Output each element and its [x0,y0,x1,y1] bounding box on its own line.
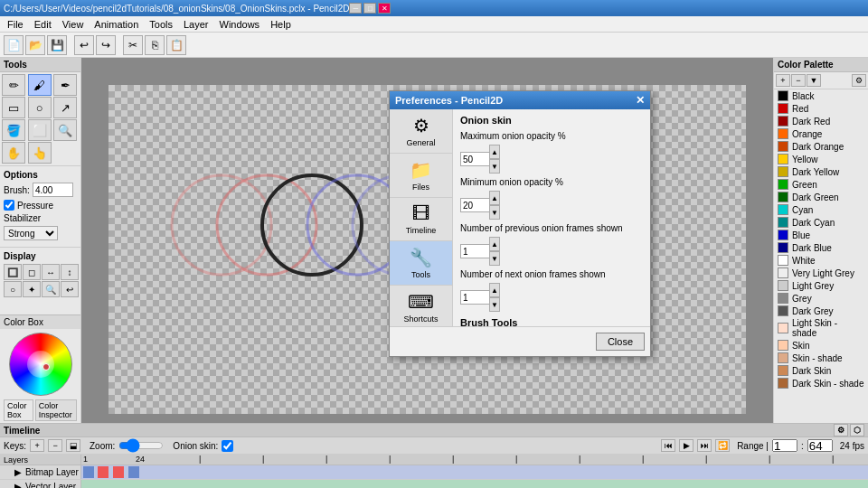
max-opacity-input-row: ▲ ▼ [460,145,643,174]
timeline-icon: 🎞 [412,203,430,224]
min-opacity-up-btn[interactable]: ▲ [489,191,500,205]
max-opacity-label: Maximum onion opacity % [460,131,566,141]
prev-frames-down-btn[interactable]: ▼ [489,251,500,266]
prev-frames-input-row: ▲ ▼ [460,237,643,266]
dlg-nav-files-label: Files [412,183,429,192]
dialog-title: Preferences - Pencil2D [395,95,636,106]
dlg-nav-files[interactable]: 📁 Files [390,154,452,198]
dialog-close-icon[interactable]: ✕ [636,94,645,107]
min-opacity-label: Minimum onion opacity % [460,177,563,187]
next-frames-input[interactable] [460,290,489,305]
dlg-nav-tools[interactable]: 🔧 Tools [390,241,452,286]
min-opacity-row: Minimum onion opacity % [460,177,643,187]
dialog-overlay: Preferences - Pencil2D ✕ ⚙ General 📁 Fil… [0,0,868,488]
preferences-dialog: Preferences - Pencil2D ✕ ⚙ General 📁 Fil… [389,90,651,357]
min-opacity-down-btn[interactable]: ▼ [489,205,500,220]
dlg-nav-shortcuts[interactable]: ⌨ Shortcuts [390,286,452,326]
dlg-nav-general-label: General [406,138,435,147]
next-frames-up-btn[interactable]: ▲ [489,283,500,297]
prev-frames-input[interactable] [460,244,489,258]
prev-frames-up-btn[interactable]: ▲ [489,237,500,251]
next-frames-row: Number of next onion frames shown [460,269,643,279]
dialog-body: ⚙ General 📁 Files 🎞 Timeline 🔧 Tools ⌨ [390,109,650,326]
onion-skin-section-title: Onion skin [460,115,643,126]
next-frames-label: Number of next onion frames shown [460,269,606,279]
dialog-footer: Close [390,326,650,356]
max-opacity-row: Maximum onion opacity % [460,131,643,141]
max-opacity-input[interactable] [460,152,489,166]
dlg-nav-timeline[interactable]: 🎞 Timeline [390,198,452,241]
brush-tools-title: Brush Tools [460,317,643,326]
min-opacity-input-row: ▲ ▼ [460,191,643,220]
dialog-content: Onion skin Maximum onion opacity % ▲ ▼ M… [453,109,650,326]
dlg-nav-general[interactable]: ⚙ General [390,109,452,154]
dlg-nav-shortcuts-label: Shortcuts [403,314,438,324]
max-opacity-up-btn[interactable]: ▲ [489,145,500,159]
next-frames-down-btn[interactable]: ▼ [489,297,500,312]
prev-frames-row: Number of previous onion frames shown [460,223,643,233]
dialog-close-button[interactable]: Close [596,333,645,351]
dialog-titlebar: Preferences - Pencil2D ✕ [390,91,650,109]
dlg-nav-tools-label: Tools [411,270,430,279]
prev-frames-label: Number of previous onion frames shown [460,223,623,233]
tools-icon: 🔧 [410,247,432,268]
dialog-sidebar: ⚙ General 📁 Files 🎞 Timeline 🔧 Tools ⌨ [390,109,453,326]
files-icon: 📁 [410,159,432,181]
max-opacity-down-btn[interactable]: ▼ [489,159,500,174]
next-frames-input-row: ▲ ▼ [460,283,643,312]
gear-icon: ⚙ [413,115,429,136]
min-opacity-input[interactable] [460,198,489,212]
dlg-nav-timeline-label: Timeline [406,226,437,235]
shortcuts-icon: ⌨ [408,291,434,313]
